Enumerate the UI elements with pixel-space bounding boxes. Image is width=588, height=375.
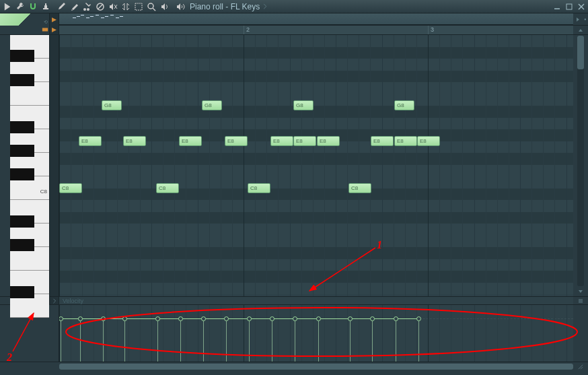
svg-rect-11 — [566, 4, 572, 9]
midi-note[interactable]: C8 — [248, 183, 270, 193]
midi-note[interactable]: E8 — [123, 136, 146, 146]
pattern-corner[interactable]: ⟲ — [0, 13, 50, 26]
midi-note[interactable]: E8 — [394, 136, 417, 146]
play-icon[interactable] — [1, 1, 13, 13]
ruler-mark: 2 — [244, 26, 250, 34]
control-header: Control Velocity — [0, 296, 588, 305]
main-area: C8 G8G8G8G8E8E8E8E8E8E8E8E8E8E8C8C8C8C8 — [0, 35, 588, 296]
black-key[interactable] — [10, 168, 34, 180]
midi-note[interactable]: E8 — [371, 136, 394, 146]
side-strip — [50, 35, 59, 296]
maximize-button[interactable] — [564, 1, 575, 12]
midi-note[interactable]: E8 — [417, 136, 440, 146]
control-chevron-icon[interactable] — [50, 297, 59, 304]
ban-icon[interactable] — [94, 1, 106, 13]
black-key[interactable] — [10, 145, 34, 157]
playback-icon[interactable] — [158, 1, 170, 13]
svg-rect-2 — [45, 3, 46, 5]
svg-line-4 — [98, 4, 103, 9]
control-mode-label[interactable]: Velocity — [59, 297, 573, 304]
horizontal-scrollbar[interactable] — [0, 362, 588, 371]
midi-note[interactable]: G8 — [394, 100, 414, 110]
midi-note[interactable]: E8 — [270, 136, 293, 146]
wrench-icon[interactable] — [14, 1, 26, 13]
black-key[interactable] — [10, 121, 34, 133]
midi-note[interactable]: G8 — [293, 100, 314, 110]
minimize-button[interactable] — [552, 1, 562, 12]
black-key[interactable] — [10, 50, 34, 62]
black-key[interactable] — [10, 239, 34, 251]
zoom-icon[interactable] — [145, 1, 157, 13]
svg-point-8 — [148, 3, 153, 9]
midi-note[interactable]: C8 — [348, 183, 371, 193]
control-options[interactable] — [573, 297, 588, 304]
control-body — [0, 305, 588, 362]
svg-rect-1 — [44, 5, 47, 8]
vscroll-down[interactable] — [573, 287, 588, 296]
svg-rect-0 — [43, 8, 48, 9]
midi-note[interactable]: G8 — [202, 100, 222, 110]
select-icon[interactable] — [133, 1, 145, 13]
velocity-lane[interactable] — [59, 305, 573, 362]
midi-note[interactable]: E8 — [293, 136, 316, 146]
vscroll-thumb[interactable] — [577, 36, 584, 69]
svg-rect-7 — [135, 3, 142, 10]
stamp-icon[interactable] — [40, 1, 52, 13]
mute-icon[interactable] — [107, 1, 119, 13]
black-key[interactable] — [10, 286, 34, 298]
midi-note[interactable]: C8 — [59, 183, 82, 193]
midi-note[interactable]: C8 — [156, 183, 179, 193]
minimap-row: ⟲ • — [0, 13, 588, 26]
midi-note[interactable]: E8 — [179, 136, 202, 146]
speaker-icon[interactable] — [174, 1, 186, 13]
midi-note[interactable]: E8 — [225, 136, 248, 146]
piano-keyboard[interactable]: C8 — [0, 35, 50, 296]
close-button[interactable] — [576, 1, 587, 12]
window-title: Piano roll - FL Keys — [190, 2, 267, 11]
note-grid[interactable]: G8G8G8G8E8E8E8E8E8E8E8E8E8E8C8C8C8C8 — [59, 35, 573, 296]
midi-note[interactable]: G8 — [102, 100, 122, 110]
pencil-icon[interactable] — [56, 1, 68, 13]
slip-icon[interactable] — [120, 1, 132, 13]
toolbar: Piano roll - FL Keys — [0, 0, 588, 13]
cut-icon[interactable] — [81, 1, 94, 13]
time-ruler[interactable]: 23 — [59, 26, 573, 34]
loop-marker[interactable] — [50, 26, 59, 34]
hscroll-size[interactable] — [573, 362, 588, 371]
svg-line-9 — [153, 8, 155, 11]
ruler-mark: 3 — [428, 26, 434, 34]
control-right-gutter — [573, 305, 588, 362]
midi-note[interactable]: E8 — [79, 136, 102, 146]
midi-note[interactable]: E8 — [317, 136, 340, 146]
minimap[interactable] — [59, 13, 573, 25]
brush-icon[interactable] — [69, 1, 81, 13]
ruler-row: 23 — [0, 26, 588, 35]
title-text: Piano roll - FL Keys — [190, 2, 260, 11]
playhead-strip[interactable] — [50, 13, 59, 26]
ruler-scroll-up[interactable] — [573, 26, 588, 34]
channel-select[interactable] — [0, 26, 50, 34]
octave-label: C8 — [40, 189, 47, 296]
black-key[interactable] — [10, 215, 34, 228]
svg-rect-14 — [42, 28, 48, 32]
minimap-scroll-right[interactable]: • — [573, 13, 588, 25]
vertical-scrollbar[interactable] — [573, 35, 588, 296]
black-key[interactable] — [10, 74, 34, 86]
chevron-right-icon[interactable] — [263, 2, 267, 11]
magnet-icon[interactable] — [27, 1, 39, 13]
hscroll-thumb[interactable] — [59, 364, 573, 370]
